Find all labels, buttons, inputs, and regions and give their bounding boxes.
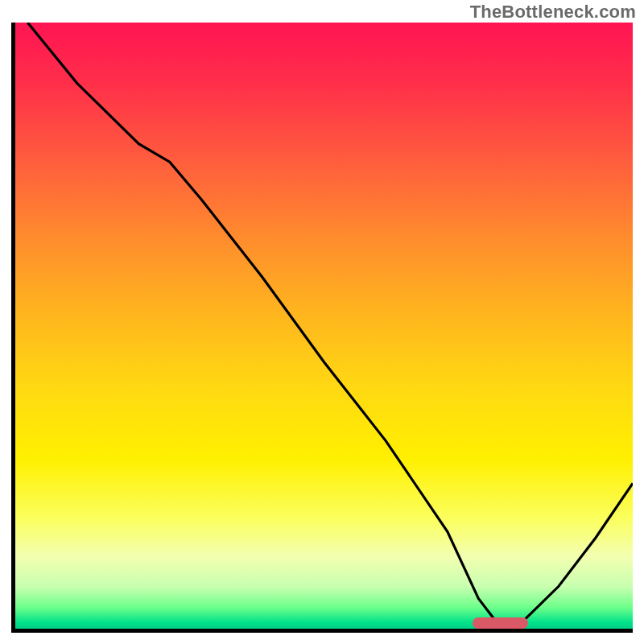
watermark-text: TheBottleneck.com bbox=[470, 2, 636, 23]
optimal-range-marker bbox=[473, 617, 528, 629]
curve-path bbox=[27, 23, 633, 623]
chart-container: TheBottleneck.com bbox=[0, 0, 644, 644]
plot-area bbox=[11, 23, 633, 633]
bottleneck-curve bbox=[15, 23, 633, 629]
